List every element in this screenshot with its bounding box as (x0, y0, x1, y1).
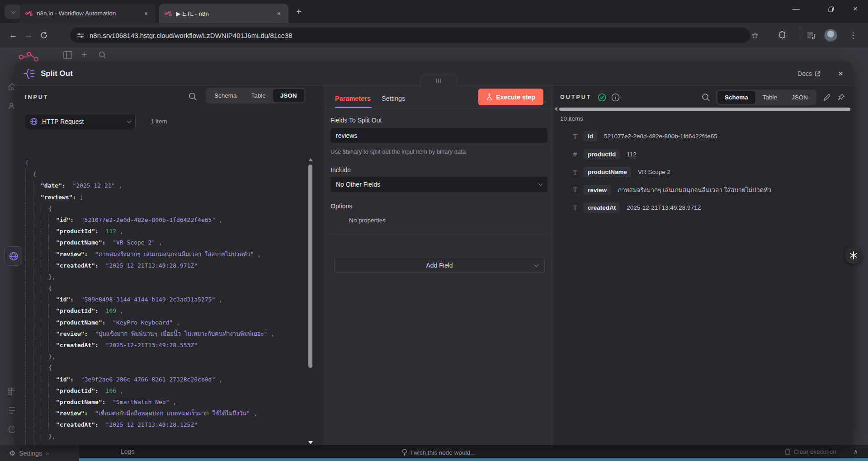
output-field-row[interactable]: TproductNameVR Scope 2 (571, 163, 670, 181)
info-icon[interactable] (611, 93, 620, 102)
output-tab-schema[interactable]: Schema (717, 91, 755, 104)
output-field-name[interactable]: productName (584, 167, 631, 177)
json-code-line: "createdAt": "2025-12-21T13:49:28.125Z" (15, 419, 304, 430)
input-node-button[interactable] (5, 246, 22, 266)
browser-menu-button[interactable]: ⋮ (846, 28, 860, 43)
window-close-button[interactable]: × (843, 0, 868, 18)
browser-tab-1[interactable]: n8n.io - Workflow Automation × (20, 4, 156, 23)
json-code-line: "review": "ปุ่มแข็งมาก พิมพ์นานๆ เมื่อยน… (15, 328, 304, 339)
output-tab-table[interactable]: Table (755, 91, 784, 104)
add-node-icon[interactable]: + (81, 49, 87, 60)
output-header: OUTPUT Schema Table JSON (553, 86, 852, 108)
new-tab-button[interactable]: + (296, 7, 302, 16)
clear-execution-button[interactable]: Clear execution (784, 448, 836, 455)
globe-icon (30, 118, 38, 126)
edit-output-button[interactable] (823, 94, 831, 101)
number-type-icon: # (571, 151, 579, 158)
reload-button[interactable] (36, 28, 52, 43)
output-field-row[interactable]: Treviewภาพสมจริงมากๆ เล่นเกมสนุกจนลืมเวล… (571, 181, 771, 199)
profile-button[interactable] (823, 28, 838, 43)
input-tab-table[interactable]: Table (244, 89, 273, 102)
input-view-switcher: Schema Table JSON (206, 88, 306, 103)
input-node-selector[interactable]: HTTP Request (25, 113, 136, 130)
tab-parameters[interactable]: Parameters (335, 95, 371, 102)
sidebar-settings-label: Settings (19, 450, 42, 457)
output-search-icon[interactable] (702, 93, 710, 102)
puzzle-icon (778, 31, 787, 39)
output-field-name[interactable]: id (584, 131, 597, 141)
output-field-name[interactable]: review (584, 185, 611, 195)
chevron-down-icon (127, 119, 132, 123)
scroll-down-icon[interactable] (308, 441, 313, 444)
output-field-name[interactable]: productId (584, 149, 620, 160)
modal-close-icon[interactable]: × (838, 69, 843, 79)
logs-label: Logs (121, 448, 134, 455)
sidebar-toggle-icon[interactable] (63, 51, 72, 59)
output-field-row[interactable]: Tid521077e2-2e0d-482e-800b-1fd6422f4e65 (571, 127, 717, 145)
globe-icon (9, 251, 19, 261)
window-minimize-button[interactable]: — (783, 0, 809, 18)
browser-toolbar: ← → n8n.srv1068143.hstgr.cloud/workflow/… (0, 23, 868, 47)
json-code-line: "productName": "SmartWatch Neo" , (15, 396, 304, 408)
output-field-value: 2025-12-21T13:49:28.971Z (627, 204, 701, 211)
sidebar-settings-item[interactable]: ⚙ Settings » (0, 445, 79, 461)
tab-search-button[interactable] (5, 5, 22, 19)
output-tab-json[interactable]: JSON (784, 91, 815, 104)
site-settings-icon (76, 32, 84, 39)
add-field-select[interactable]: Add Field (334, 258, 545, 273)
json-code-line: "productId": 109 , (15, 305, 304, 316)
scrollbar-thumb[interactable] (559, 108, 850, 111)
lightbulb-icon (402, 449, 407, 456)
output-field-row[interactable]: TcreatedAt2025-12-21T13:49:28.971Z (571, 199, 701, 216)
json-code-line: { (15, 362, 304, 373)
toolbar-divider (800, 28, 800, 38)
json-code-line: "id": "589e8498-3144-4144-b149-2c3ad31a5… (15, 294, 304, 305)
scroll-left-icon[interactable] (554, 107, 557, 111)
json-code: [{"date": "2025-12-21" ,"reviews": [{"id… (15, 157, 304, 445)
tab-close-icon[interactable]: × (275, 9, 283, 18)
window-maximize-button[interactable] (818, 0, 844, 18)
feedback-link[interactable]: I wish this node would... (324, 449, 553, 456)
input-panel: INPUT Schema Table JSON HTTP Request 1 i… (15, 86, 324, 445)
json-code-line: "createdAt": "2025-12-21T13:49:28.971Z" (15, 260, 304, 271)
browser-tabstrip: n8n.io - Workflow Automation × ▶ ETL - n… (0, 0, 868, 23)
input-node-name: HTTP Request (42, 118, 123, 125)
flask-icon (486, 94, 492, 100)
include-select[interactable]: No Other Fields (330, 177, 547, 192)
output-field-row[interactable]: #productId112 (571, 146, 637, 163)
json-code-line: [ (15, 157, 304, 169)
split-out-icon (24, 68, 35, 80)
fields-to-split-label: Fields To Split Out (330, 117, 382, 124)
browser-tab-2-active[interactable]: ▶ ETL - n8n × (159, 4, 288, 23)
media-controls-button[interactable] (803, 28, 819, 43)
tab-close-icon[interactable]: × (142, 9, 150, 18)
address-bar[interactable]: n8n.srv1068143.hstgr.cloud/workflow/LzDW… (70, 28, 750, 43)
pin-data-button[interactable] (837, 94, 845, 101)
star-icon: ☆ (751, 30, 759, 41)
chatgpt-extension-button[interactable] (845, 247, 862, 264)
success-check-icon (598, 93, 606, 102)
input-search-icon[interactable] (189, 92, 197, 101)
input-tab-schema[interactable]: Schema (207, 89, 244, 102)
scrollbar-thumb[interactable] (308, 165, 312, 368)
extensions-button[interactable] (775, 28, 790, 43)
back-button[interactable]: ← (5, 28, 21, 43)
tab-settings[interactable]: Settings (382, 95, 405, 102)
chevron-down-icon (538, 182, 543, 186)
output-horizontal-scrollbar[interactable] (554, 107, 850, 111)
fields-to-split-input[interactable]: reviews (330, 128, 547, 143)
output-field-name[interactable]: createdAt (584, 202, 620, 213)
input-scrollbar[interactable] (308, 158, 313, 444)
docs-link[interactable]: Docs (797, 70, 821, 77)
reload-icon (40, 31, 48, 39)
execute-step-button[interactable]: Execute step (478, 89, 543, 105)
forward-button[interactable]: → (21, 28, 36, 43)
screen: n8n.io - Workflow Automation × ▶ ETL - n… (0, 0, 868, 461)
input-tab-json[interactable]: JSON (273, 89, 304, 102)
expand-logs-icon[interactable]: ∧ (854, 448, 858, 455)
json-code-line: }, (15, 271, 304, 282)
canvas-search-icon[interactable] (99, 51, 107, 59)
scroll-up-icon[interactable] (308, 158, 313, 161)
bookmark-button[interactable]: ☆ (747, 28, 763, 43)
panel-drag-handle[interactable] (420, 75, 457, 86)
